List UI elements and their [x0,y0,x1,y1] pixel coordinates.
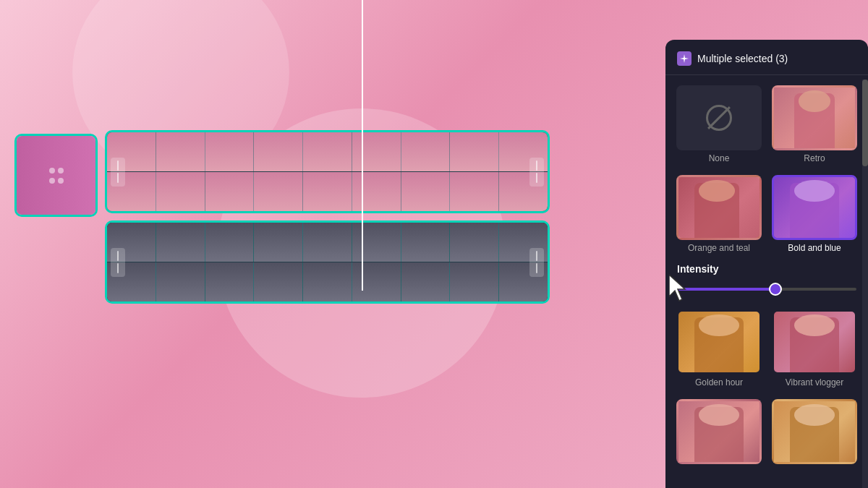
playhead[interactable] [354,0,370,291]
filter-thumb-vibrant-vlogger[interactable] [772,309,857,374]
filter-thumb-none[interactable] [676,85,762,150]
filter-thumb-7[interactable] [676,399,762,464]
scrollbar-track[interactable] [862,80,868,488]
filter-thumb-retro[interactable] [772,85,857,150]
left-strip-dots [49,168,64,184]
filter-item-8[interactable] [770,398,859,468]
filter-label-bold-blue: Bold and blue [788,243,841,253]
filter-label-retro: Retro [804,153,825,163]
filter-item-7[interactable] [674,398,764,468]
filter-grid-row2: Orange and teal Bold and blue [674,174,859,254]
filter-grid-row4 [674,398,859,468]
drag-handle-left-2[interactable] [111,248,125,277]
filter-thumb-orange-teal[interactable] [676,175,762,240]
filter-thumb-golden-hour[interactable] [676,309,762,374]
playhead-line [362,0,363,291]
video-track-2[interactable] [105,221,550,304]
filter-item-none[interactable]: None [674,84,764,165]
filter-label-orange-teal: Orange and teal [688,243,750,253]
filmstrip-1 [107,132,548,211]
filter-grid-row3: Golden hour Vibrant vlogger [674,308,859,389]
panel-title: Multiple selected (3) [697,53,788,64]
filter-label-none: None [709,153,730,163]
filter-label-golden-hour: Golden hour [695,377,743,388]
filter-item-orange-teal[interactable]: Orange and teal [674,174,764,254]
no-filter-icon [706,105,732,131]
panel-header: Multiple selected (3) [665,40,868,75]
intensity-section: Intensity [674,263,859,296]
left-thumbnail-strip [14,134,98,217]
filter-label-vibrant-vlogger: Vibrant vlogger [786,377,844,388]
filter-item-golden-hour[interactable]: Golden hour [674,308,764,389]
left-strip-inner [17,136,95,215]
drag-handle-left-1[interactable] [111,158,125,187]
filter-thumb-bold-blue[interactable] [772,175,857,240]
filter-panel: Multiple selected (3) None [665,40,868,488]
drag-handle-right-2[interactable] [529,248,544,277]
intensity-label: Intensity [677,263,856,275]
panel-scroll[interactable]: None Retro [665,75,868,488]
filmstrip-2 [107,223,548,301]
timeline-area [0,130,550,311]
tracks-container [0,130,550,304]
filter-item-retro[interactable]: Retro [770,84,859,165]
drag-handle-right-1[interactable] [529,158,544,187]
slider-fill [677,288,775,291]
slider-thumb[interactable] [769,283,782,296]
slider-track[interactable] [677,288,856,291]
panel-magic-icon [677,51,692,66]
filter-item-vibrant-vlogger[interactable]: Vibrant vlogger [770,308,859,389]
filter-grid-row1: None Retro [674,84,859,165]
intensity-slider[interactable] [677,282,856,296]
filter-thumb-8[interactable] [772,399,857,464]
scrollbar-thumb[interactable] [862,80,868,166]
filter-item-bold-blue[interactable]: Bold and blue [770,174,859,254]
video-track-1[interactable] [105,130,550,213]
